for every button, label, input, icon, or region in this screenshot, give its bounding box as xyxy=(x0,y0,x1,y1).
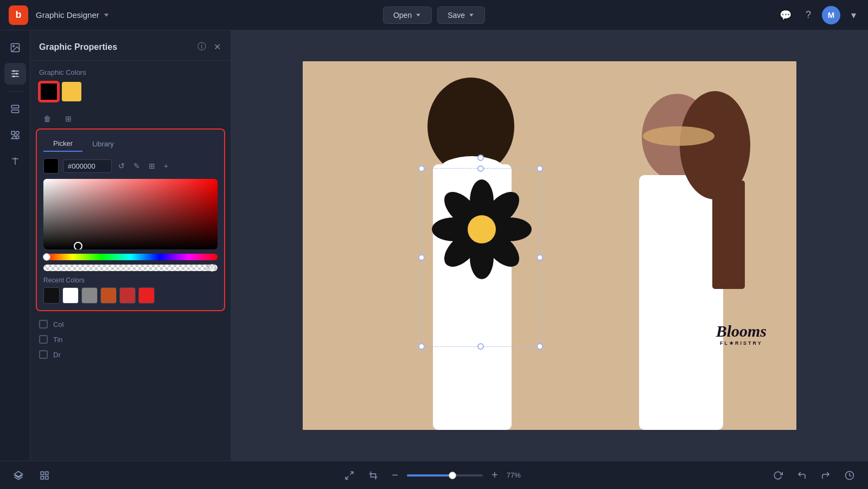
sidebar-shapes-btn[interactable] xyxy=(4,124,26,146)
graphic-colors-section: Graphic Colors xyxy=(30,61,231,109)
svg-rect-16 xyxy=(16,136,18,139)
opacity-value: 100 xyxy=(206,264,215,271)
handle-mr[interactable] xyxy=(537,254,543,261)
sidebar-image-btn[interactable] xyxy=(4,37,26,59)
bottom-bar-left xyxy=(9,466,54,485)
color-picker-popup: Picker Library ↺ ✎ ⊞ + xyxy=(36,128,225,311)
grid-picker-button[interactable]: ⊞ xyxy=(146,159,157,172)
sidebar-separator xyxy=(7,91,23,92)
user-avatar[interactable]: M xyxy=(822,6,840,24)
undo-button[interactable] xyxy=(792,466,812,485)
canvas-area[interactable]: Blooms FL★RISTRY xyxy=(231,30,868,461)
layers-bottom-button[interactable] xyxy=(9,466,28,485)
colors-section-label: Graphic Colors xyxy=(39,68,222,76)
col-checkbox[interactable] xyxy=(39,320,48,329)
recent-swatch-1[interactable] xyxy=(62,287,79,304)
save-label: Save xyxy=(448,11,465,20)
handle-br[interactable] xyxy=(537,343,543,350)
zoom-controls: − + 77% xyxy=(340,466,528,485)
title-chevron-icon xyxy=(103,11,110,19)
save-chevron-icon xyxy=(468,12,475,18)
alpha-slider[interactable]: 100 xyxy=(43,265,218,271)
recent-swatch-4[interactable] xyxy=(119,287,136,304)
save-button[interactable]: Save xyxy=(437,7,485,24)
sidebar-layers-btn[interactable] xyxy=(4,98,26,120)
panel-header-icons: ⓘ ✕ xyxy=(196,40,222,54)
reset-color-button[interactable]: ↺ xyxy=(116,159,127,172)
history-button[interactable] xyxy=(840,466,859,485)
handle-tl[interactable] xyxy=(418,165,425,172)
svg-point-26 xyxy=(643,126,714,146)
handle-tr[interactable] xyxy=(537,165,543,172)
handle-ml[interactable] xyxy=(418,254,425,261)
panel-row-dr: Dr xyxy=(30,347,231,362)
zoom-in-button[interactable]: + xyxy=(487,467,502,484)
crop-view-button[interactable] xyxy=(363,466,383,485)
chat-button[interactable]: 💬 xyxy=(776,6,795,24)
panel-action-row: 🗑 ⊞ xyxy=(30,109,231,128)
handle-rotate[interactable] xyxy=(477,155,484,161)
col-label: Col xyxy=(53,320,64,329)
canvas-image: Blooms FL★RISTRY xyxy=(303,61,796,430)
delete-color-button[interactable]: 🗑 xyxy=(39,112,55,125)
zoom-percentage: 77% xyxy=(507,471,528,479)
help-button[interactable]: ? xyxy=(802,6,814,24)
grid-bottom-button[interactable] xyxy=(35,466,54,485)
dr-checkbox[interactable] xyxy=(39,350,48,359)
picker-tab-library[interactable]: Library xyxy=(82,136,124,152)
app-logo: b xyxy=(9,5,28,25)
recent-swatch-0[interactable] xyxy=(43,287,60,304)
svg-point-9 xyxy=(15,73,17,74)
refresh-button[interactable] xyxy=(768,466,788,485)
gradient-dark-overlay xyxy=(43,179,218,249)
account-chevron-button[interactable]: ▾ xyxy=(848,6,859,24)
recent-swatch-2[interactable] xyxy=(81,287,98,304)
sidebar-text-btn[interactable] xyxy=(4,150,26,172)
panel-close-button[interactable]: ✕ xyxy=(213,40,222,54)
hex-input[interactable] xyxy=(63,159,112,173)
zoom-out-button[interactable]: − xyxy=(387,467,403,484)
picker-tab-picker[interactable]: Picker xyxy=(43,136,82,152)
eyedropper-button[interactable]: ✎ xyxy=(131,159,142,172)
bottom-bar: − + 77% xyxy=(0,461,868,489)
svg-rect-23 xyxy=(639,175,723,430)
svg-rect-12 xyxy=(11,110,18,113)
svg-rect-25 xyxy=(712,181,745,289)
zoom-slider-thumb xyxy=(449,472,456,479)
hue-slider[interactable] xyxy=(43,254,218,260)
svg-rect-43 xyxy=(371,474,376,477)
tin-label: Tin xyxy=(53,336,63,344)
recent-swatch-5[interactable] xyxy=(138,287,155,304)
sidebar-adjust-btn[interactable] xyxy=(4,63,26,85)
redo-button[interactable] xyxy=(816,466,835,485)
svg-point-10 xyxy=(12,75,14,77)
handle-bl[interactable] xyxy=(418,343,425,350)
recent-colors-label: Recent Colors xyxy=(43,276,218,284)
topbar-right-area: 💬 ? M ▾ xyxy=(776,6,859,24)
fit-view-button[interactable] xyxy=(340,466,359,485)
zoom-slider-track[interactable] xyxy=(407,474,483,477)
flower-graphic[interactable] xyxy=(427,175,536,284)
panel-header: Graphic Properties ⓘ ✕ xyxy=(30,30,231,61)
color-swatch-black[interactable] xyxy=(39,82,59,101)
color-swatches-row xyxy=(39,82,222,101)
color-gradient-area[interactable] xyxy=(43,179,218,249)
svg-rect-11 xyxy=(11,105,18,108)
main-area: Graphic Properties ⓘ ✕ Graphic Colors 🗑 … xyxy=(0,30,868,461)
svg-line-41 xyxy=(350,472,353,474)
handle-bc[interactable] xyxy=(477,343,484,350)
picker-tabs: Picker Library xyxy=(43,136,218,152)
recent-swatch-3[interactable] xyxy=(100,287,117,304)
duplicate-color-button[interactable]: ⊞ xyxy=(61,112,76,125)
svg-marker-1 xyxy=(417,14,420,16)
tin-checkbox[interactable] xyxy=(39,335,48,344)
handle-tc[interactable] xyxy=(477,165,484,172)
color-swatch-yellow[interactable] xyxy=(62,82,81,101)
add-color-button[interactable]: + xyxy=(162,159,170,172)
svg-rect-38 xyxy=(46,472,48,474)
open-button[interactable]: Open xyxy=(383,7,432,24)
gradient-inner xyxy=(43,179,218,249)
blooms-title: Blooms xyxy=(716,323,767,339)
app-title-area: Graphic Designer xyxy=(36,10,110,20)
panel-info-button[interactable]: ⓘ xyxy=(196,40,207,54)
